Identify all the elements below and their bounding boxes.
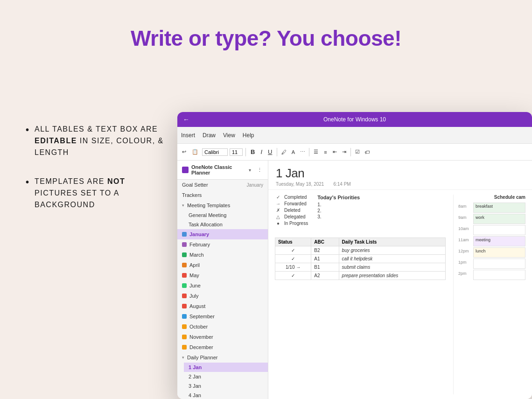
notebook-settings-icon[interactable]: ⋮ (256, 166, 263, 174)
schedule-row-8am: 8ambreakfast (458, 203, 525, 213)
sidebar-item-month-january[interactable]: January (177, 229, 268, 239)
goal-setter-label: Goal Setter (182, 182, 208, 188)
sidebar-item-meeting-templates[interactable]: ▾ Meeting Templates (177, 200, 268, 210)
deleted-label: Deleted (284, 208, 300, 213)
font-size[interactable]: 11 (230, 148, 243, 156)
toolbar-help[interactable]: Help (243, 132, 254, 139)
trackers-label: Trackers (182, 192, 202, 198)
task-table-body: ✓B2buy groceries✓A1call it helpdesk1/10 … (275, 246, 446, 280)
bullet-dot-2: • (26, 177, 29, 188)
more-format-icon[interactable]: ⋯ (299, 148, 306, 156)
in-progress-icon: ● (275, 221, 281, 226)
sidebar-item-month-october[interactable]: October (177, 322, 268, 332)
toolbar-draw[interactable]: Draw (203, 132, 216, 139)
underline-btn[interactable]: U (266, 147, 274, 156)
numbered-list-icon[interactable]: ≡ (322, 148, 329, 156)
sidebar-item-goal-setter[interactable]: Goal Setter January (177, 180, 268, 190)
font-name[interactable]: Calibri (202, 148, 228, 156)
font-color-icon[interactable]: A (289, 148, 297, 156)
sidebar-item-month-may[interactable]: May (177, 270, 268, 280)
month-color-dot (182, 324, 187, 329)
main-heading-section: Write or type? You choose! (0, 0, 532, 51)
daily-planner-item-4-Jan[interactable]: 4 Jan (184, 391, 268, 399)
task-row-0: ✓B2buy groceries (275, 246, 446, 255)
tag-icon[interactable]: 🏷 (363, 148, 371, 156)
sidebar-item-month-april[interactable]: April (177, 260, 268, 270)
schedule-time-label: 11am (458, 236, 473, 246)
content-area: OneNote Classic Planner ▾ ⋮ Goal Setter … (177, 161, 532, 399)
schedule-row-10am: 10am (458, 225, 525, 235)
onenote-window: ← OneNote for Windows 10 Insert Draw Vie… (177, 112, 532, 399)
page-time: 6:14 PM (333, 182, 350, 187)
forwarded-icon: → (275, 201, 281, 206)
left-content: • ALL TABLES & TEXT BOX ARE EDITABLE IN … (26, 124, 170, 229)
toolbar-view[interactable]: View (223, 132, 235, 139)
sidebar-item-month-august[interactable]: August (177, 301, 268, 311)
schedule-column: Schedule cam 8ambreakfast9amwork10am11am… (453, 195, 525, 394)
sidebar-item-month-november[interactable]: November (177, 332, 268, 342)
sidebar-item-month-june[interactable]: June (177, 280, 268, 291)
checkbox-icon[interactable]: ☑ (354, 148, 361, 156)
notebook-header[interactable]: OneNote Classic Planner ▾ ⋮ (177, 161, 268, 180)
sidebar-item-daily-planner[interactable]: ▾ Daily Planner (177, 352, 268, 363)
copy-btn[interactable]: 📋 (190, 148, 200, 156)
undo-btn[interactable]: ↩ (180, 148, 188, 156)
delegated-icon: △ (275, 214, 281, 219)
daily-planner-item-label: 2 Jan (189, 374, 201, 379)
completed-icon: ✓ (275, 195, 281, 200)
indent-icon[interactable]: ⇤ (331, 148, 338, 156)
schedule-header: Schedule cam (458, 195, 525, 200)
task-col-header: Daily Task Lists (339, 238, 445, 246)
format-bar: ↩ 📋 Calibri 11 B I U 🖊 A ⋯ ☰ ≡ ⇤ ⇥ ☑ 🏷 (177, 144, 532, 161)
italic-btn[interactable]: I (259, 147, 264, 156)
task-row-3: ✓A2prepare presentation slides (275, 272, 446, 280)
month-label: December (189, 344, 213, 350)
highlight-icon[interactable]: 🖊 (280, 148, 287, 156)
submenu-task-allocation[interactable]: Task Allocation (184, 220, 268, 229)
daily-planner-item-label: 1 Jan (189, 364, 202, 370)
legend-delegated: △ Delegated (275, 214, 308, 219)
title-bar-text: OneNote for Windows 10 (323, 116, 386, 123)
daily-planner-label: Daily Planner (187, 355, 217, 360)
month-color-dot (182, 232, 187, 237)
toolbar-insert[interactable]: Insert (181, 132, 195, 139)
sidebar-item-month-march[interactable]: March (177, 250, 268, 260)
outdent-icon[interactable]: ⇥ (340, 148, 348, 156)
task-table-header-row: Status ABC Daily Task Lists (275, 238, 446, 246)
month-color-dot (182, 283, 187, 288)
schedule-row-2pm: 2pm (458, 270, 525, 280)
month-label: March (189, 252, 204, 258)
main-heading: Write or type? You choose! (0, 26, 532, 51)
month-label: February (189, 242, 210, 247)
notebook-dropdown-icon[interactable]: ▾ (249, 168, 251, 173)
daily-planner-item-1-Jan[interactable]: 1 Jan (184, 363, 268, 372)
bold-btn[interactable]: B (249, 147, 257, 156)
back-arrow-icon[interactable]: ← (183, 116, 189, 123)
schedule-cell-event: breakfast (473, 203, 525, 213)
page-title: 1 Jan (276, 166, 525, 181)
task-cell-status: ✓ (275, 255, 311, 263)
schedule-time-label: 9am (458, 214, 473, 224)
daily-planner-item-3-Jan[interactable]: 3 Jan (184, 381, 268, 391)
sidebar-item-month-february[interactable]: February (177, 239, 268, 250)
schedule-cell-event (473, 225, 525, 235)
month-label: June (189, 283, 201, 288)
sidebar-item-month-july[interactable]: July (177, 291, 268, 301)
submenu-general-meeting[interactable]: General Meeting (184, 210, 268, 220)
task-row-2: 1/10 →B1submit claims (275, 263, 446, 272)
daily-planner-expand-icon: ▾ (182, 355, 184, 360)
completed-label: Completed (284, 195, 307, 200)
schedule-cell-event: work (473, 214, 525, 224)
task-cell-abc: B1 (311, 263, 339, 272)
month-color-dot (182, 304, 187, 308)
month-color-dot (182, 345, 187, 350)
task-allocation-label: Task Allocation (189, 222, 223, 227)
month-color-dot (182, 314, 187, 319)
sidebar-item-month-september[interactable]: September (177, 311, 268, 322)
list-icon[interactable]: ☰ (312, 148, 320, 156)
month-color-dot (182, 273, 187, 278)
legend: ✓ Completed → Forwarded ✗ Deleted (275, 195, 308, 227)
sidebar-item-trackers[interactable]: Trackers (177, 190, 268, 200)
sidebar-item-month-december[interactable]: December (177, 342, 268, 352)
daily-planner-item-2-Jan[interactable]: 2 Jan (184, 372, 268, 381)
